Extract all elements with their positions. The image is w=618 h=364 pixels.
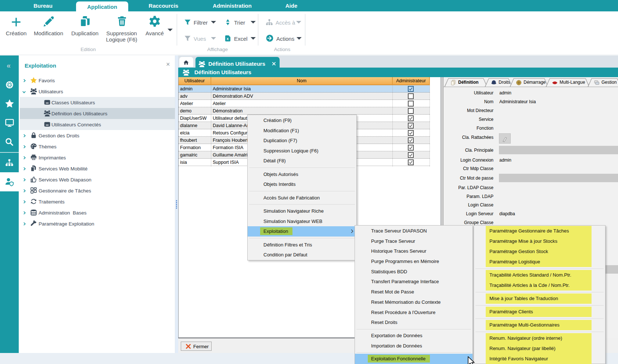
- svg-text:x: x: [227, 37, 229, 41]
